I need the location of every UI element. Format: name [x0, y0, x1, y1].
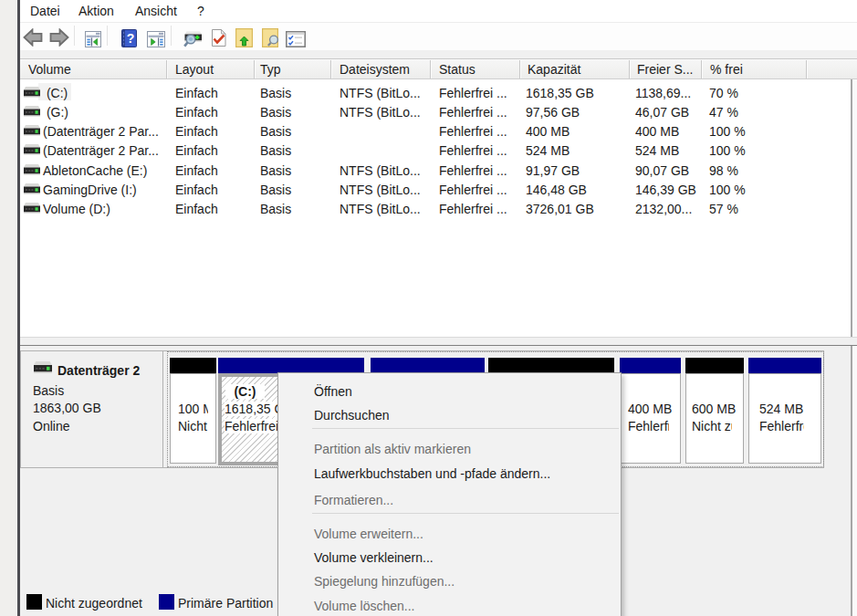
svg-text:?: ? — [127, 31, 135, 46]
